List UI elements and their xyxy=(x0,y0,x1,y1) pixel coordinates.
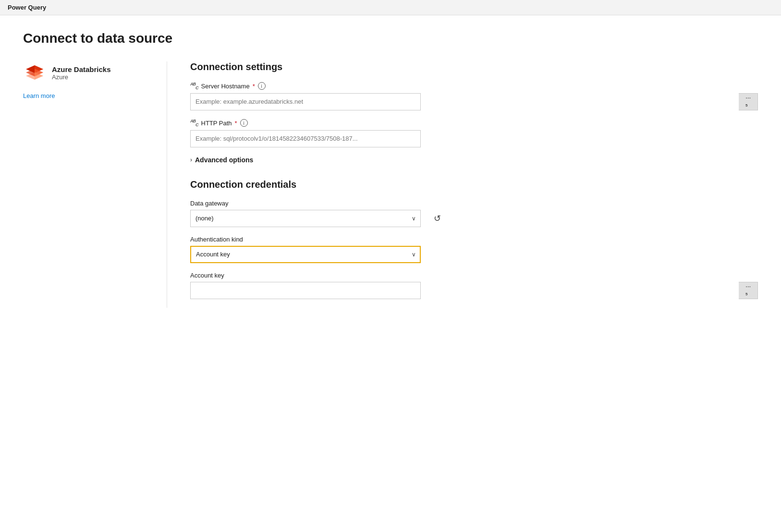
data-gateway-select[interactable]: (none) xyxy=(190,210,421,227)
server-hostname-label: ABC Server Hostname * i xyxy=(190,82,758,90)
abc-icon-hostname: ABC xyxy=(190,82,198,90)
server-hostname-param-btn[interactable]: ⋯5 xyxy=(739,93,758,110)
auth-kind-select-wrapper: Account key OAuth2 Username/Password ∨ xyxy=(190,246,421,263)
param-icon-accountkey: ⋯5 xyxy=(745,284,751,296)
connection-settings-title: Connection settings xyxy=(190,61,758,73)
advanced-options-toggle[interactable]: › Advanced options xyxy=(190,156,758,164)
account-key-text: Account key xyxy=(190,272,224,279)
page-title: Connect to data source xyxy=(23,31,758,46)
server-hostname-text: Server Hostname xyxy=(201,83,250,90)
account-key-input-wrapper: ⋯5 xyxy=(190,282,758,299)
connector-name: Azure Databricks xyxy=(52,65,111,73)
info-icon-hostname[interactable]: i xyxy=(258,82,266,90)
required-star-hostname: * xyxy=(253,83,255,90)
connector-sub: Azure xyxy=(52,73,111,81)
advanced-options-label: Advanced options xyxy=(195,156,253,164)
authentication-kind-group: Authentication kind Account key OAuth2 U… xyxy=(190,236,758,263)
learn-more-link[interactable]: Learn more xyxy=(23,92,147,99)
data-gateway-text: Data gateway xyxy=(190,200,229,207)
info-icon-httppath[interactable]: i xyxy=(240,119,248,127)
http-path-input-wrapper xyxy=(190,130,758,147)
left-panel: Azure Databricks Azure Learn more xyxy=(23,61,167,308)
abc-icon-httppath: ABC xyxy=(190,119,198,127)
app-title: Power Query xyxy=(8,4,46,11)
account-key-input[interactable] xyxy=(190,282,421,299)
authentication-kind-select[interactable]: Account key OAuth2 Username/Password xyxy=(190,246,421,263)
right-panel: Connection settings ABC Server Hostname … xyxy=(167,61,758,308)
http-path-input[interactable] xyxy=(190,130,421,147)
server-hostname-input[interactable] xyxy=(190,93,421,110)
required-star-httppath: * xyxy=(235,120,237,127)
connector-info: Azure Databricks Azure xyxy=(52,65,111,81)
account-key-group: Account key ⋯5 xyxy=(190,272,758,299)
connector-header: Azure Databricks Azure xyxy=(23,61,147,85)
databricks-icon xyxy=(23,61,46,85)
connection-credentials-title: Connection credentials xyxy=(190,179,758,190)
server-hostname-input-wrapper: ⋯5 xyxy=(190,93,758,110)
param-icon-hostname: ⋯5 xyxy=(745,96,751,108)
http-path-group: ABC HTTP Path * i xyxy=(190,119,758,147)
data-gateway-label: Data gateway xyxy=(190,200,758,207)
data-gateway-group: Data gateway (none) ∨ ↺ xyxy=(190,200,758,227)
refresh-gateway-button[interactable]: ↺ xyxy=(428,210,446,227)
data-gateway-select-wrapper: (none) ∨ xyxy=(190,210,421,227)
account-key-param-btn[interactable]: ⋯5 xyxy=(739,282,758,299)
authentication-kind-text: Authentication kind xyxy=(190,236,243,243)
chevron-right-icon: › xyxy=(190,157,192,163)
http-path-text: HTTP Path xyxy=(201,120,232,127)
server-hostname-group: ABC Server Hostname * i ⋯5 xyxy=(190,82,758,110)
authentication-kind-label: Authentication kind xyxy=(190,236,758,243)
top-bar: Power Query xyxy=(0,0,781,15)
account-key-label: Account key xyxy=(190,272,758,279)
http-path-label: ABC HTTP Path * i xyxy=(190,119,758,127)
